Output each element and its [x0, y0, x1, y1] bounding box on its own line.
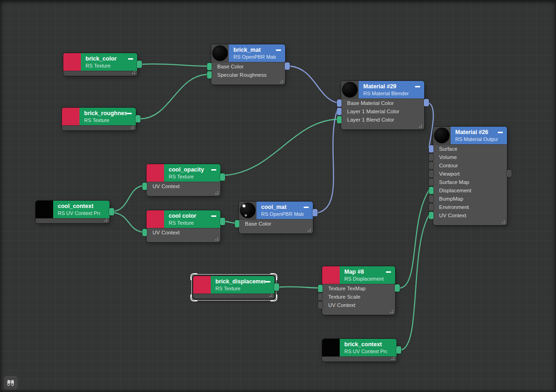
node-cool-opacity[interactable]: cool_opacity RS Texture UV Context	[147, 164, 220, 196]
output-port[interactable]	[109, 208, 114, 215]
node-brick-color[interactable]: brick_color RS Texture	[63, 53, 137, 76]
wire-cool_color-to-cool_mat[interactable]	[226, 221, 235, 223]
node-brick-roughness[interactable]: brick_roughness RS Texture	[62, 108, 136, 130]
collapse-icon[interactable]	[276, 49, 281, 51]
output-port[interactable]	[395, 284, 400, 292]
input-port-layer1-material-color[interactable]: Layer 1 Material Color	[341, 107, 424, 116]
port-connector[interactable]	[429, 170, 434, 178]
resize-handle[interactable]	[504, 222, 505, 223]
wire-brick_displacement-to-map8[interactable]	[280, 287, 318, 288]
collapse-icon[interactable]	[415, 86, 420, 87]
collapse-icon[interactable]	[211, 169, 216, 171]
input-port-uv-context[interactable]: UV Context	[322, 301, 395, 309]
output-port[interactable]	[274, 283, 279, 291]
output-port[interactable]	[424, 99, 429, 106]
wire-brick_mat-to-material29[interactable]	[290, 66, 337, 103]
port-connector[interactable]	[337, 108, 342, 115]
node-graph-canvas[interactable]: brick_color RS Texture brick_roughness R…	[0, 0, 556, 392]
input-port-uv-context[interactable]: UV Context	[147, 228, 220, 237]
node-header[interactable]: cool color RS Texture	[147, 210, 220, 228]
node-cool-color[interactable]: cool color RS Texture UV Context	[147, 210, 220, 242]
node-brick-context[interactable]: brick_context RS UV Context Project…	[322, 339, 397, 361]
port-connector[interactable]	[318, 285, 323, 292]
port-connector[interactable]	[142, 229, 147, 236]
find-button[interactable]	[3, 375, 18, 390]
wire-brick_roughness-to-brick_mat[interactable]	[141, 74, 207, 119]
input-port-bumpmap[interactable]: BumpMap	[433, 195, 507, 203]
node-header[interactable]: brick_color RS Texture	[63, 53, 137, 71]
port-connector[interactable]	[429, 162, 434, 169]
resize-handle[interactable]	[310, 231, 311, 232]
input-port-base-color[interactable]: Base Color	[239, 220, 313, 228]
port-connector[interactable]	[235, 220, 239, 227]
port-connector[interactable]	[318, 293, 323, 300]
input-port-displacement[interactable]: Displacement	[433, 186, 507, 195]
node-cool-context[interactable]: cool_context RS UV Context Project…	[36, 201, 110, 223]
input-port-base-material-color[interactable]: Base Material Color	[341, 99, 424, 107]
port-connector[interactable]	[429, 187, 434, 194]
port-connector[interactable]	[429, 195, 434, 202]
collapse-icon[interactable]	[498, 132, 503, 133]
port-connector[interactable]	[142, 183, 147, 190]
collapse-icon[interactable]	[386, 271, 391, 273]
resize-handle[interactable]	[421, 127, 422, 128]
port-connector[interactable]	[429, 178, 434, 186]
node-header[interactable]: cool_context RS UV Context Project…	[36, 201, 110, 218]
input-port-surface[interactable]: Surface	[433, 145, 507, 153]
wire-cool_context-to-cool_opacity[interactable]	[114, 186, 142, 211]
port-connector[interactable]	[337, 99, 342, 107]
port-connector[interactable]	[429, 212, 434, 219]
port-connector[interactable]	[429, 145, 434, 153]
resize-handle[interactable]	[106, 220, 107, 221]
resize-handle[interactable]	[217, 239, 218, 240]
wire-brick_context-to-material26-uvcontext[interactable]	[401, 215, 429, 350]
input-port-texture-scale[interactable]: Texture Scale	[322, 293, 395, 301]
node-cool-mat[interactable]: cool_mat RS OpenPBR Mate… Base Color	[239, 202, 313, 233]
input-port-texture-texmap[interactable]: Texture TexMap	[322, 284, 395, 293]
input-port-layer1-blend-color[interactable]: Layer 1 Blend Color	[341, 116, 424, 124]
output-port[interactable]	[137, 61, 142, 68]
input-port-viewport[interactable]: Viewport	[433, 170, 507, 178]
input-port-base-color[interactable]: Base Color	[211, 62, 285, 71]
port-connector[interactable]	[429, 203, 434, 211]
resize-handle[interactable]	[271, 296, 272, 297]
wire-brick_color-to-brick_mat[interactable]	[142, 64, 207, 66]
node-brick-mat[interactable]: brick_mat RS OpenPBR Mate… Base Color Sp…	[211, 44, 285, 85]
output-port[interactable]	[220, 173, 225, 181]
wire-cool_opacity-to-material29[interactable]	[226, 119, 337, 175]
port-connector[interactable]	[318, 301, 323, 309]
node-header[interactable]: Material #29 RS Material Blender	[341, 81, 424, 98]
input-port-environment[interactable]: Environment	[433, 203, 507, 211]
input-port-surface-map[interactable]: Surface Map	[433, 178, 507, 186]
resize-handle[interactable]	[393, 359, 394, 360]
wire-cool_mat-to-material29[interactable]	[318, 111, 337, 213]
node-header[interactable]: cool_mat RS OpenPBR Mate…	[239, 202, 313, 219]
input-port-specular-roughness[interactable]: Specular Roughness	[211, 71, 285, 79]
node-header[interactable]: brick_displacement RS Texture	[193, 276, 275, 294]
output-port[interactable]	[312, 209, 318, 216]
resize-handle[interactable]	[392, 312, 393, 313]
collapse-icon[interactable]	[265, 281, 270, 282]
output-port[interactable]	[507, 170, 512, 177]
node-header[interactable]: brick_roughness RS Texture	[62, 108, 136, 125]
collapse-icon[interactable]	[127, 113, 132, 114]
node-map-8[interactable]: Map #8 RS Displacement Texture TexMap Te…	[322, 266, 395, 315]
collapse-icon[interactable]	[211, 215, 216, 217]
resize-handle[interactable]	[134, 73, 135, 74]
output-port[interactable]	[135, 115, 141, 122]
node-header[interactable]: brick_context RS UV Context Project…	[322, 339, 397, 356]
resize-handle[interactable]	[282, 82, 283, 83]
input-port-uv-context[interactable]: UV Context	[147, 182, 220, 190]
input-port-uv-context[interactable]: UV Context	[433, 211, 507, 220]
wire-cool_context-to-cool_color[interactable]	[114, 213, 142, 232]
output-port[interactable]	[285, 62, 290, 70]
node-header[interactable]: Material #26 RS Material Output	[433, 127, 507, 144]
port-connector[interactable]	[337, 116, 342, 123]
port-connector[interactable]	[207, 71, 212, 79]
port-connector[interactable]	[207, 63, 212, 70]
node-header[interactable]: brick_mat RS OpenPBR Mate…	[211, 44, 285, 62]
collapse-icon[interactable]	[128, 58, 133, 60]
collapse-icon[interactable]	[304, 207, 309, 208]
wire-map8-to-material26-displacement[interactable]	[400, 190, 429, 288]
output-port[interactable]	[220, 218, 225, 225]
